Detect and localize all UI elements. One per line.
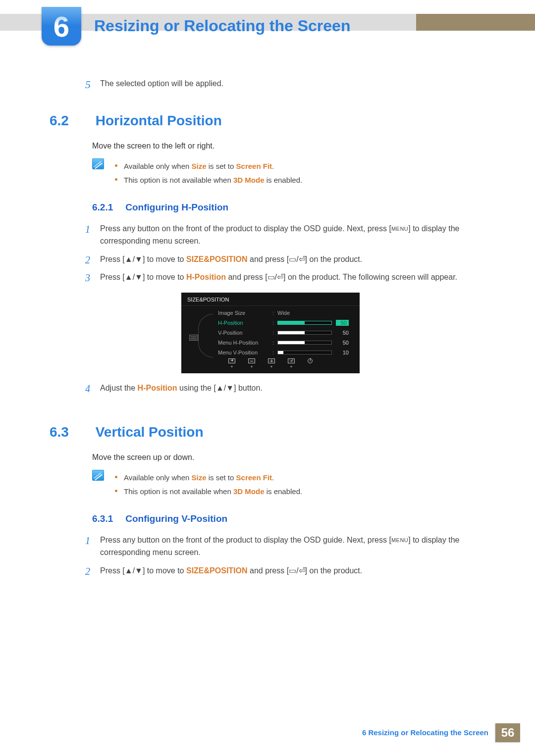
- osd-row-value: 50: [336, 320, 349, 326]
- subsection-title: Configuring V-Position: [125, 513, 227, 524]
- note-item: This option is not available when 3D Mod…: [113, 174, 302, 186]
- subsection-heading-6-3-1: 6.3.1 Configuring V-Position: [92, 513, 485, 524]
- osd-row-value: 10: [336, 350, 349, 355]
- osd-category-icon: [189, 335, 198, 341]
- note-list: Available only when Size is set to Scree…: [113, 470, 302, 500]
- page-content: 5 The selected option will be applied. 6…: [0, 35, 535, 634]
- osd-plus-icon: ▼: [268, 358, 275, 368]
- step-item: Press any button on the front of the pro…: [85, 531, 485, 562]
- page-title: Resizing or Relocating the Screen: [94, 17, 350, 35]
- step-item: Adjust the H-Position using the [▲/▼] bu…: [85, 379, 485, 398]
- osd-row-label: H-Position: [218, 320, 272, 326]
- footer-chapter-label: 6 Resizing or Relocating the Screen: [362, 723, 495, 742]
- page-header: 6 Resizing or Relocating the Screen: [0, 9, 535, 35]
- note-list: Available only when Size is set to Scree…: [113, 158, 302, 188]
- note-icon: [92, 470, 104, 481]
- updown-icon: ▲/▼: [125, 566, 143, 575]
- section-description: Move the screen to the left or right.: [92, 142, 485, 151]
- subsection-heading-6-2-1: 6.2.1 Configuring H-Position: [92, 202, 485, 213]
- osd-row-value: 50: [336, 330, 349, 336]
- osd-slider: [277, 351, 332, 354]
- page-footer: 6 Resizing or Relocating the Screen 56: [362, 723, 520, 742]
- osd-enter-icon: ▼: [288, 358, 295, 368]
- osd-row-label: Image Size: [218, 310, 272, 316]
- section-description: Move the screen up or down.: [92, 453, 485, 462]
- section-number: 6.3: [50, 424, 92, 440]
- section-heading-6-2: 6.2 Horizontal Position: [50, 113, 485, 129]
- header-bar-right: [416, 14, 535, 31]
- steps-list: Press any button on the front of the pro…: [85, 531, 485, 580]
- menu-key-label: MENU: [391, 537, 408, 543]
- osd-slider: [277, 331, 332, 335]
- osd-slider: [277, 321, 332, 325]
- osd-row-label: V-Position: [218, 330, 272, 336]
- section-heading-6-3: 6.3 Vertical Position: [50, 424, 485, 440]
- step-item: Press [▲/▼] to move to SIZE&POSITION and…: [85, 562, 485, 580]
- osd-panel: SIZE&POSITION Image Size : Wide H-Positi…: [181, 293, 360, 373]
- note-icon: [92, 158, 104, 169]
- enter-icon: ▭/⏎: [268, 273, 283, 281]
- osd-row-value: Wide: [277, 310, 290, 316]
- osd-row-label: Menu H-Position: [218, 340, 272, 346]
- step-text: The selected option will be applied.: [100, 79, 223, 88]
- step-item: Press any button on the front of the pro…: [85, 220, 485, 251]
- note-item: Available only when Size is set to Scree…: [113, 160, 302, 172]
- note-item: This option is not available when 3D Mod…: [113, 486, 302, 498]
- chapter-number: 6: [54, 10, 69, 43]
- osd-power-icon: [308, 358, 313, 368]
- osd-toolbar: ▼ ▼ ▼ ▼: [181, 355, 360, 371]
- menu-key-label: MENU: [391, 226, 408, 232]
- updown-icon: ▲/▼: [125, 255, 143, 263]
- updown-icon: ▲/▼: [125, 273, 143, 281]
- step-item: Press [▲/▼] to move to SIZE&POSITION and…: [85, 251, 485, 269]
- osd-title: SIZE&POSITION: [181, 293, 360, 306]
- subsection-number: 6.3.1: [92, 513, 123, 524]
- section-title: Horizontal Position: [96, 113, 222, 128]
- osd-row-label: Menu V-Position: [218, 350, 272, 355]
- chapter-badge: 6: [42, 7, 81, 46]
- subsection-title: Configuring H-Position: [125, 202, 228, 212]
- updown-icon: ▲/▼: [216, 384, 234, 392]
- step-number: 5: [85, 78, 91, 91]
- section-number: 6.2: [50, 113, 92, 129]
- enter-icon: ▭/⏎: [289, 566, 305, 575]
- note-block: Available only when Size is set to Scree…: [92, 470, 485, 500]
- osd-minus-icon: ▼: [248, 358, 255, 368]
- osd-arc-decoration: [198, 314, 213, 357]
- osd-back-icon: ▼: [228, 358, 235, 368]
- osd-body: Image Size : Wide H-Position : 50 V-Posi…: [181, 306, 360, 359]
- section-title: Vertical Position: [96, 424, 204, 440]
- step-item: 5 The selected option will be applied.: [85, 79, 485, 92]
- subsection-number: 6.2.1: [92, 202, 123, 213]
- enter-icon: ▭/⏎: [289, 255, 305, 263]
- footer-page-number: 56: [495, 723, 520, 742]
- osd-slider: [277, 341, 332, 345]
- note-block: Available only when Size is set to Scree…: [92, 158, 485, 188]
- steps-list: Press any button on the front of the pro…: [85, 220, 485, 287]
- osd-row-value: 50: [336, 340, 349, 346]
- note-item: Available only when Size is set to Scree…: [113, 472, 302, 484]
- osd-screenshot: SIZE&POSITION Image Size : Wide H-Positi…: [181, 293, 360, 373]
- step-item: Press [▲/▼] to move to H-Position and pr…: [85, 268, 485, 287]
- steps-list: Adjust the H-Position using the [▲/▼] bu…: [85, 379, 485, 398]
